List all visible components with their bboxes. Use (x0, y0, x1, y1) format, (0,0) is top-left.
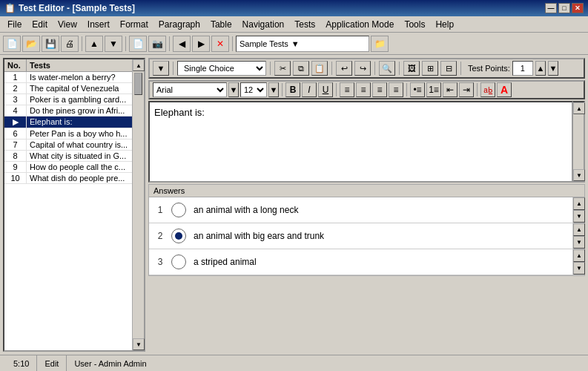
undo-button[interactable]: ↩ (336, 61, 352, 76)
save-button[interactable]: 💾 (42, 36, 59, 52)
answer-text-2: an animal with big ears and trunk (192, 229, 572, 243)
font-selector[interactable]: Arial (153, 82, 227, 97)
print-button[interactable]: 🖨 (61, 36, 79, 52)
outdent-button[interactable]: ⇤ (443, 82, 457, 97)
bold-button[interactable]: B (285, 82, 300, 97)
ans-scroll-down-2[interactable]: ▼ (573, 236, 585, 249)
list-item[interactable]: 9 How do people call the c... (4, 162, 132, 173)
answer-row-2: 2 an animal with big ears and trunk ▲ ▼ (149, 223, 584, 249)
row-text: Peter Pan is a boy who h... (27, 128, 132, 139)
row-text: How do people call the c... (27, 162, 132, 172)
scroll-up-button[interactable]: ▲ (133, 59, 145, 71)
scroll-thumb[interactable] (134, 73, 142, 95)
new-button[interactable]: 📄 (3, 36, 21, 52)
answer-num-1: 1 (149, 205, 171, 215)
list-item[interactable]: 8 What city is situated in G... (4, 151, 132, 162)
menu-insert[interactable]: Insert (83, 18, 114, 31)
question-area[interactable]: Elephant is: (148, 101, 573, 183)
list-item[interactable]: 10 What dish do people pre... (4, 173, 132, 184)
answer-radio-3[interactable] (171, 255, 186, 269)
list-item[interactable]: 2 The capital of Venezuela (4, 83, 132, 94)
answer-radio-1[interactable] (171, 203, 186, 217)
menu-tests[interactable]: Tests (290, 18, 320, 31)
image-button[interactable]: 🖼 (403, 61, 420, 76)
stop-button[interactable]: ✕ (211, 36, 229, 52)
open-button[interactable]: 📂 (22, 36, 40, 52)
align-right-button[interactable]: ≡ (372, 82, 387, 97)
list-item[interactable]: 4 Do the pines grow in Afri... (4, 105, 132, 116)
qscroll-down[interactable]: ▼ (573, 169, 585, 181)
titlebar: 📋 Test Editor - [Sample Tests] — □ ✕ (0, 0, 588, 16)
row-number: 1 (4, 72, 27, 82)
redo-button[interactable]: ↪ (354, 61, 371, 76)
list-item[interactable]: 6 Peter Pan is a boy who h... (4, 128, 132, 139)
answer-scroll-3[interactable]: ▲ ▼ (572, 249, 584, 275)
list-unordered-button[interactable]: •≡ (410, 82, 425, 97)
menu-format[interactable]: Format (116, 18, 153, 31)
answer-radio-2[interactable] (171, 229, 186, 243)
font-dropdown-btn[interactable]: ▼ (228, 82, 239, 97)
points-up-button[interactable]: ▲ (535, 61, 546, 76)
minimize-button[interactable]: — (545, 3, 557, 13)
copy-button[interactable]: ⧉ (293, 61, 309, 76)
align-center-button[interactable]: ≡ (356, 82, 371, 97)
menu-view[interactable]: View (53, 18, 82, 31)
find-button[interactable]: 🔍 (379, 61, 395, 76)
question-type-selector[interactable]: Single Choice (177, 61, 266, 76)
list-item[interactable]: 1 Is water-melon a berry? (4, 72, 132, 83)
points-down-button[interactable]: ▼ (548, 61, 558, 76)
cut-button[interactable]: ✂ (274, 61, 291, 76)
menu-paragraph[interactable]: Paragraph (154, 18, 205, 31)
fontsize-dropdown-btn[interactable]: ▼ (268, 82, 279, 97)
forward-button[interactable]: ▶ (192, 36, 210, 52)
new2-button[interactable]: 📄 (129, 36, 147, 52)
scroll-down-button[interactable]: ▼ (133, 338, 145, 350)
test-selector[interactable]: Sample Tests ▼ (236, 36, 369, 52)
highlight-button[interactable]: ab̲ (480, 82, 495, 97)
align-justify-button[interactable]: ≡ (389, 82, 403, 97)
browse-button[interactable]: 📁 (371, 36, 389, 52)
statusbar: 5:10 Edit User - Admin Admin (0, 355, 588, 371)
list-item-active[interactable]: ▶Elephant is: (4, 116, 132, 128)
underline-button[interactable]: U (318, 82, 333, 97)
table-extra-button[interactable]: ⊟ (440, 61, 457, 76)
menu-file[interactable]: File (3, 18, 26, 31)
menu-tools[interactable]: Tools (400, 18, 429, 31)
menu-table[interactable]: Table (206, 18, 237, 31)
status-user: User - Admin Admin (67, 355, 153, 371)
answer-scroll-2[interactable]: ▲ ▼ (572, 223, 584, 249)
camera-button[interactable]: 📷 (148, 36, 166, 52)
menu-navigation[interactable]: Navigation (238, 18, 289, 31)
table-insert-button[interactable]: ⊞ (422, 61, 438, 76)
ans-scroll-up-2[interactable]: ▲ (573, 223, 585, 236)
ans-scroll-down-1[interactable]: ▼ (573, 210, 585, 223)
choice-dropdown-btn[interactable]: ▼ (153, 61, 169, 76)
ans-scroll-up-3[interactable]: ▲ (573, 249, 585, 262)
maximize-button[interactable]: □ (558, 3, 570, 13)
nav-up-button[interactable]: ▲ (85, 36, 103, 52)
question-scrollbar[interactable]: ▲ ▼ (573, 101, 585, 183)
test-points-input[interactable] (512, 61, 533, 76)
ans-scroll-up-1[interactable]: ▲ (573, 197, 585, 210)
close-button[interactable]: ✕ (572, 3, 584, 13)
menu-help[interactable]: Help (431, 18, 458, 31)
back-button[interactable]: ◀ (173, 36, 191, 52)
list-ordered-button[interactable]: 1≡ (426, 82, 441, 97)
answer-scroll-1[interactable]: ▲ ▼ (572, 197, 584, 223)
list-item[interactable]: 3 Poker is a gambling card... (4, 94, 132, 105)
list-scrollbar[interactable]: ▲ ▼ (132, 59, 144, 350)
font-color-button[interactable]: A (497, 82, 512, 97)
italic-button[interactable]: I (302, 82, 317, 97)
qscroll-up[interactable]: ▲ (573, 102, 585, 114)
status-mode: Edit (37, 355, 67, 371)
titlebar-controls[interactable]: — □ ✕ (545, 3, 584, 13)
font-size-selector[interactable]: 12 (240, 82, 267, 97)
list-item[interactable]: 7 Capital of what country is... (4, 139, 132, 151)
ans-scroll-down-3[interactable]: ▼ (573, 262, 585, 275)
menu-application-mode[interactable]: Application Mode (321, 18, 398, 31)
nav-down-button[interactable]: ▼ (105, 36, 122, 52)
align-left-button[interactable]: ≡ (340, 82, 354, 97)
indent-button[interactable]: ⇥ (459, 82, 474, 97)
paste-button[interactable]: 📋 (311, 61, 328, 76)
menu-edit[interactable]: Edit (27, 18, 52, 31)
